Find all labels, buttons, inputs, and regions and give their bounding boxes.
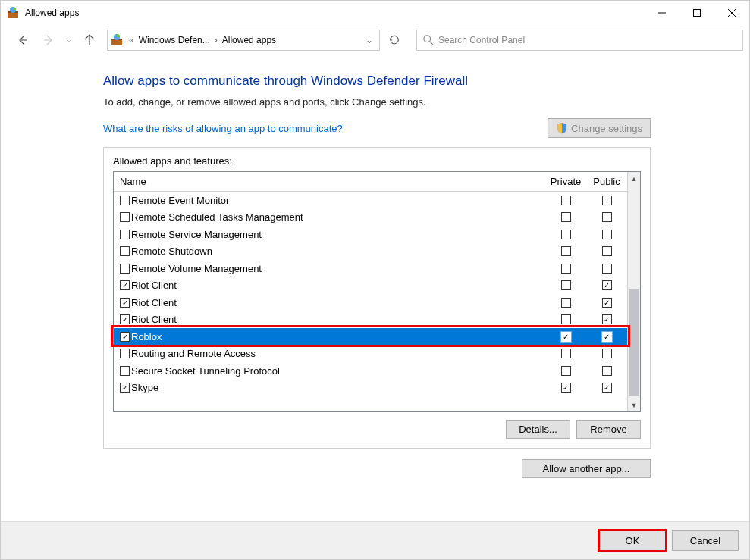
search-placeholder: Search Control Panel [438, 35, 525, 45]
row-public-checkbox[interactable]: ✓ [602, 298, 612, 308]
window-title: Allowed apps [25, 8, 79, 18]
row-enabled-checkbox[interactable] [120, 196, 130, 205]
svg-rect-4 [694, 10, 701, 17]
row-private-checkbox[interactable] [561, 349, 571, 358]
ok-button[interactable]: OK [599, 530, 666, 551]
breadcrumb[interactable]: « Windows Defen... › Allowed apps ⌄ [107, 30, 380, 51]
row-public-checkbox[interactable]: ✓ [602, 383, 612, 393]
risks-link[interactable]: What are the risks of allowing an app to… [103, 123, 343, 134]
firewall-icon [111, 34, 123, 46]
table-row[interactable]: ✓Roblox✓✓ [114, 328, 627, 346]
shield-icon [556, 122, 568, 134]
table-row[interactable]: Remote Scheduled Tasks Management [114, 209, 627, 227]
table-row[interactable]: ✓Riot Client✓ [114, 277, 627, 295]
row-private-checkbox[interactable] [561, 298, 571, 308]
footer: OK Cancel [1, 521, 749, 559]
cancel-button[interactable]: Cancel [672, 530, 739, 551]
maximize-button[interactable] [679, 1, 714, 25]
row-enabled-checkbox[interactable] [120, 264, 130, 274]
recent-dropdown[interactable] [63, 29, 75, 52]
row-public-checkbox[interactable] [602, 212, 612, 222]
up-button[interactable] [78, 29, 101, 52]
row-public-checkbox[interactable]: ✓ [602, 314, 612, 324]
row-enabled-checkbox[interactable]: ✓ [120, 280, 130, 290]
row-public-checkbox[interactable] [602, 196, 612, 205]
row-name: Riot Client [131, 297, 177, 308]
row-private-checkbox[interactable] [561, 246, 571, 256]
row-enabled-checkbox[interactable] [120, 246, 130, 256]
chevron-down-icon[interactable]: ⌄ [362, 35, 376, 45]
row-name: Remote Scheduled Tasks Management [131, 211, 303, 223]
col-public[interactable]: Public [586, 176, 627, 187]
remove-button[interactable]: Remove [576, 420, 641, 439]
row-private-checkbox[interactable] [561, 366, 571, 376]
table-row[interactable]: Secure Socket Tunneling Protocol [114, 362, 627, 380]
search-input[interactable]: Search Control Panel [416, 30, 743, 51]
scroll-thumb[interactable] [629, 289, 639, 396]
change-settings-button[interactable]: Change settings [548, 118, 651, 138]
breadcrumb-prefix: « [127, 35, 136, 45]
row-name: Routing and Remote Access [131, 348, 256, 359]
row-name: Riot Client [131, 280, 177, 291]
page-title: Allow apps to communicate through Window… [103, 74, 651, 89]
row-enabled-checkbox[interactable]: ✓ [120, 298, 130, 308]
scrollbar[interactable]: ▲ ▼ [627, 172, 640, 411]
row-enabled-checkbox[interactable] [120, 230, 130, 239]
row-enabled-checkbox[interactable]: ✓ [120, 314, 130, 324]
table-row[interactable]: Remote Shutdown [114, 243, 627, 261]
breadcrumb-part-2[interactable]: Allowed apps [219, 35, 279, 45]
row-public-checkbox[interactable] [602, 264, 612, 274]
chevron-right-icon: › [213, 35, 219, 45]
row-enabled-checkbox[interactable]: ✓ [120, 383, 130, 393]
table-row[interactable]: Remote Volume Management [114, 260, 627, 277]
details-button[interactable]: Details... [506, 420, 570, 439]
close-button[interactable] [714, 1, 749, 25]
row-enabled-checkbox[interactable]: ✓ [120, 332, 130, 342]
row-private-checkbox[interactable] [561, 314, 571, 324]
allow-another-app-button[interactable]: Allow another app... [522, 459, 651, 478]
group-label: Allowed apps and features: [113, 155, 641, 167]
table-row[interactable]: Remote Service Management [114, 226, 627, 243]
table-row[interactable]: ✓Riot Client✓ [114, 311, 627, 329]
page-subtitle: To add, change, or remove allowed apps a… [103, 96, 651, 108]
refresh-button[interactable] [383, 30, 406, 51]
row-name: Roblox [131, 331, 162, 343]
breadcrumb-part-1[interactable]: Windows Defen... [136, 35, 213, 45]
table-header: Name Private Public [114, 172, 627, 192]
scroll-down-icon[interactable]: ▼ [628, 399, 640, 411]
row-private-checkbox[interactable] [561, 264, 571, 274]
row-name: Riot Client [131, 314, 177, 325]
row-public-checkbox[interactable]: ✓ [602, 332, 612, 342]
row-public-checkbox[interactable] [602, 349, 612, 358]
row-public-checkbox[interactable]: ✓ [602, 280, 612, 290]
row-name: Remote Shutdown [131, 246, 212, 257]
row-public-checkbox[interactable] [602, 230, 612, 239]
row-enabled-checkbox[interactable] [120, 366, 130, 376]
forward-button[interactable] [37, 29, 60, 52]
table-row[interactable]: Routing and Remote Access [114, 346, 627, 363]
row-name: Remote Volume Management [131, 263, 262, 274]
row-enabled-checkbox[interactable] [120, 212, 130, 222]
svg-line-14 [430, 42, 433, 45]
col-name[interactable]: Name [114, 176, 545, 187]
table-row[interactable]: Remote Event Monitor [114, 192, 627, 209]
row-private-checkbox[interactable]: ✓ [561, 383, 571, 393]
row-public-checkbox[interactable] [602, 366, 612, 376]
row-private-checkbox[interactable] [561, 280, 571, 290]
row-public-checkbox[interactable] [602, 246, 612, 256]
row-enabled-checkbox[interactable] [120, 349, 130, 358]
row-private-checkbox[interactable] [561, 196, 571, 205]
scroll-up-icon[interactable]: ▲ [628, 172, 640, 185]
row-private-checkbox[interactable]: ✓ [561, 332, 571, 342]
svg-point-13 [424, 36, 431, 42]
table-row[interactable]: ✓Riot Client✓ [114, 294, 627, 311]
row-name: Remote Service Management [131, 229, 262, 240]
titlebar: Allowed apps [1, 1, 749, 25]
minimize-button[interactable] [645, 1, 679, 25]
back-button[interactable] [11, 29, 34, 52]
content-pane: Allow apps to communicate through Window… [1, 55, 749, 493]
table-row[interactable]: ✓Skype✓✓ [114, 380, 627, 397]
row-private-checkbox[interactable] [561, 212, 571, 222]
col-private[interactable]: Private [545, 176, 586, 187]
row-private-checkbox[interactable] [561, 230, 571, 239]
